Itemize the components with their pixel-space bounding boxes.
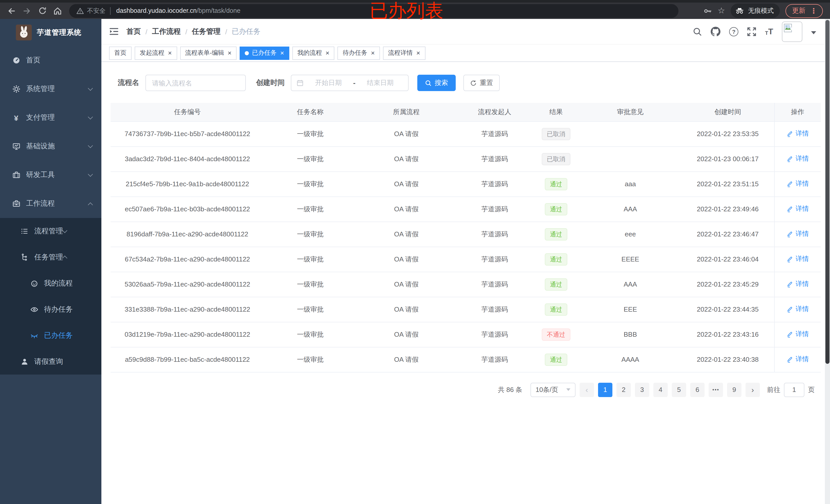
scrollbar-thumb[interactable] <box>825 20 829 364</box>
font-size-icon[interactable]: TT <box>765 27 773 36</box>
close-icon[interactable]: × <box>416 49 420 56</box>
tab-done-tasks[interactable]: 已办任务 × <box>240 46 289 60</box>
table-header-row: 任务编号 任务名称 所属流程 流程发起人 结果 审批意见 创建时间 操作 <box>110 103 821 121</box>
status-badge: 已取消 <box>542 128 570 140</box>
date-range-picker[interactable]: 开始日期 - 结束日期 <box>291 75 409 91</box>
cell-initiator: 芋道源码 <box>456 197 533 222</box>
chevron-up-icon <box>88 202 93 207</box>
detail-link[interactable]: 详情 <box>787 204 809 214</box>
browser-menu-icon[interactable]: ⋮ <box>810 7 817 15</box>
cell-task-name: 一级审批 <box>264 272 356 297</box>
page-button-9[interactable]: 9 <box>727 382 741 397</box>
goto-page-input[interactable] <box>784 382 804 397</box>
toolbox-icon <box>12 171 21 179</box>
detail-link[interactable]: 详情 <box>787 230 809 239</box>
status-badge: 通过 <box>545 178 567 190</box>
close-icon[interactable]: × <box>168 49 172 56</box>
sidebar-item-label: 系统管理 <box>26 85 89 94</box>
page-button-2[interactable]: 2 <box>616 382 631 397</box>
detail-link[interactable]: 详情 <box>787 255 809 264</box>
page-button-4[interactable]: 4 <box>653 382 668 397</box>
sidebar-item-todo-tasks[interactable]: 待办任务 <box>0 296 101 322</box>
more-pages-button[interactable]: ••• <box>709 382 723 397</box>
cell-initiator: 芋道源码 <box>456 347 533 372</box>
security-label[interactable]: 不安全 <box>87 6 105 15</box>
tab-my-process[interactable]: 我的流程 × <box>292 46 334 60</box>
cell-create-time: 2022-01-22 23:45:29 <box>681 272 774 297</box>
sidebar-item-my-process[interactable]: 我的流程 <box>0 270 101 296</box>
breadcrumb-home[interactable]: 首页 <box>126 27 141 36</box>
logo-row[interactable]: 芋道管理系统 <box>0 19 101 46</box>
page-button-5[interactable]: 5 <box>672 382 686 397</box>
prev-page-button[interactable]: ‹ <box>580 382 594 397</box>
forward-icon[interactable] <box>21 4 33 17</box>
breadcrumb-task-mgmt[interactable]: 任务管理 <box>192 27 221 36</box>
tab-process-detail[interactable]: 流程详情 × <box>383 46 425 60</box>
sidebar-item-payment[interactable]: ¥ 支付管理 <box>0 103 101 132</box>
close-icon[interactable]: × <box>228 49 231 56</box>
detail-link[interactable]: 详情 <box>787 355 809 364</box>
cell-task-id: 215cf4e5-7b9b-11ec-9a1b-acde48001122 <box>110 171 264 197</box>
sidebar-item-home[interactable]: 首页 <box>0 46 101 75</box>
github-icon[interactable] <box>711 27 721 36</box>
fullscreen-icon[interactable] <box>747 27 756 36</box>
cell-process: OA 请假 <box>356 297 456 322</box>
cell-task-name: 一级审批 <box>264 322 356 347</box>
next-page-button[interactable]: › <box>745 382 760 397</box>
page-size-select[interactable]: 10条/页 <box>531 382 576 397</box>
bookmark-star-icon[interactable]: ☆ <box>717 7 725 15</box>
monitor-icon <box>12 142 21 150</box>
sidebar-item-devtools[interactable]: 研发工具 <box>0 161 101 189</box>
search-button[interactable]: 搜索 <box>417 75 456 91</box>
detail-link[interactable]: 详情 <box>787 154 809 164</box>
sidebar-item-label: 待办任务 <box>44 305 73 314</box>
close-icon[interactable]: × <box>326 49 329 56</box>
sidebar-item-system[interactable]: 系统管理 <box>0 75 101 103</box>
page-button-6[interactable]: 6 <box>690 382 705 397</box>
search-icon[interactable] <box>693 27 702 36</box>
avatar-caret-icon[interactable] <box>811 31 816 37</box>
close-icon[interactable]: × <box>280 49 284 56</box>
tab-start-process[interactable]: 发起流程 × <box>135 46 177 60</box>
reset-button[interactable]: 重置 <box>464 75 500 91</box>
avatar[interactable] <box>782 21 802 42</box>
sidebar-item-done-tasks[interactable]: 已办任务 <box>0 322 101 348</box>
breadcrumb-workflow[interactable]: 工作流程 <box>152 27 181 36</box>
header-initiator: 流程发起人 <box>456 103 533 121</box>
close-icon[interactable]: × <box>371 49 375 56</box>
key-icon[interactable] <box>703 6 712 15</box>
tab-todo-tasks[interactable]: 待办任务 × <box>338 46 380 60</box>
sidebar-item-leave-query[interactable]: 请假查询 <box>0 348 101 374</box>
help-icon[interactable]: ? <box>729 27 738 36</box>
header-create-time: 创建时间 <box>681 103 774 121</box>
home-icon[interactable] <box>51 4 64 17</box>
tab-label: 待办任务 <box>343 48 368 57</box>
detail-link[interactable]: 详情 <box>787 129 809 138</box>
process-name-input[interactable] <box>146 75 246 91</box>
detail-link[interactable]: 详情 <box>787 179 809 189</box>
navbar: 首页 / 工作流程 / 任务管理 / 已办任务 ? <box>101 19 830 44</box>
page-button-1[interactable]: 1 <box>598 382 612 397</box>
logo-rabbit-image <box>16 25 32 40</box>
chevron-down-icon <box>88 86 93 91</box>
tab-process-form-edit[interactable]: 流程表单-编辑 × <box>180 46 236 60</box>
navbar-actions: ? TT <box>693 21 822 42</box>
scrollbar[interactable] <box>825 19 830 504</box>
page-button-3[interactable]: 3 <box>635 382 649 397</box>
table-row: 3adac3d2-7b9d-11ec-8404-acde48001122 一级审… <box>110 146 821 171</box>
sidebar-item-task-mgmt[interactable]: 任务管理 <box>0 244 101 270</box>
detail-link[interactable]: 详情 <box>787 330 809 339</box>
detail-link[interactable]: 详情 <box>787 280 809 289</box>
detail-link[interactable]: 详情 <box>787 305 809 314</box>
tab-home[interactable]: 首页 <box>109 46 132 60</box>
cell-task-name: 一级审批 <box>264 171 356 197</box>
collapse-sidebar-icon[interactable] <box>109 27 119 36</box>
update-button[interactable]: 更新 ⋮ <box>786 4 823 18</box>
reload-icon[interactable] <box>36 4 49 17</box>
header-result: 结果 <box>533 103 579 121</box>
cell-task-name: 一级审批 <box>264 347 356 372</box>
sidebar-item-process-mgmt[interactable]: 流程管理 <box>0 218 101 244</box>
back-icon[interactable] <box>5 4 18 17</box>
sidebar-item-infra[interactable]: 基础设施 <box>0 132 101 161</box>
sidebar-item-workflow[interactable]: 工作流程 <box>0 189 101 218</box>
